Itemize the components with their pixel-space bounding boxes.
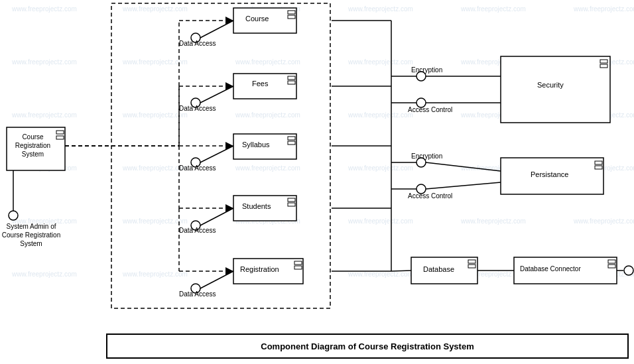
svg-rect-44	[294, 266, 302, 269]
watermark: www.freeprojectz.com	[235, 217, 300, 225]
svg-rect-27	[288, 137, 295, 140]
svg-rect-47	[501, 56, 610, 123]
watermark: www.freeprojectz.com	[348, 217, 413, 225]
fees-label: Fees	[252, 80, 268, 88]
watermark: www.freeprojectz.com	[123, 5, 188, 13]
svg-line-65	[426, 182, 501, 189]
watermark: www.freeprojectz.com	[461, 271, 526, 278]
svg-rect-74	[608, 260, 615, 263]
svg-rect-75	[608, 265, 615, 268]
watermark: www.freeprojectz.com	[12, 5, 77, 13]
svg-marker-41	[225, 267, 233, 275]
svg-rect-61	[595, 166, 602, 169]
registration-label: Registration	[240, 265, 279, 273]
svg-rect-21	[288, 81, 295, 84]
data-access-students-label: Data Access	[179, 227, 216, 234]
watermark: www.freeprojectz.com	[574, 164, 634, 172]
watermark: www.freeprojectz.com	[461, 111, 526, 119]
data-access-syllabus-label: Data Access	[179, 164, 216, 172]
watermark: www.freeprojectz.com	[123, 217, 188, 225]
watermark: www.freeprojectz.com	[235, 164, 300, 172]
data-access-registration-label: Data Access	[179, 290, 216, 298]
svg-rect-72	[468, 265, 476, 268]
svg-rect-60	[595, 161, 602, 164]
access-control-1-label: Access Control	[408, 106, 452, 113]
watermark: www.freeprojectz.com	[12, 164, 77, 172]
watermark: www.freeprojectz.com	[461, 58, 526, 66]
svg-rect-28	[288, 141, 295, 145]
watermark: www.freeprojectz.com	[574, 217, 634, 225]
svg-marker-18	[225, 82, 233, 90]
encryption-2-label: Encryption	[411, 152, 442, 160]
watermark: www.freeprojectz.com	[574, 58, 634, 66]
svg-line-38	[200, 208, 233, 225]
sys-admin-label: System Admin of Course Registration Syst…	[1, 222, 61, 248]
watermark: www.freeprojectz.com	[235, 58, 300, 66]
svg-rect-35	[288, 198, 295, 202]
watermark: www.freeprojectz.com	[348, 58, 413, 66]
svg-rect-71	[468, 260, 476, 263]
students-label: Students	[242, 202, 271, 210]
svg-point-77	[624, 266, 633, 275]
svg-rect-43	[294, 261, 302, 265]
encryption-1-label: Encryption	[411, 66, 442, 74]
database-label: Database	[423, 265, 454, 273]
svg-rect-12	[288, 15, 295, 19]
svg-line-30	[200, 146, 233, 162]
diagram-svg	[0, 0, 634, 364]
access-control-2-label: Access Control	[408, 192, 452, 200]
security-label: Security	[537, 81, 564, 89]
data-access-fees-label: Data Access	[179, 105, 216, 112]
database-connector-label: Database Connector	[520, 265, 581, 273]
watermark: www.freeprojectz.com	[348, 5, 413, 13]
svg-rect-49	[600, 64, 607, 68]
svg-line-63	[426, 162, 501, 171]
watermark: www.freeprojectz.com	[123, 271, 188, 278]
watermark: www.freeprojectz.com	[461, 164, 526, 172]
watermark: www.freeprojectz.com	[348, 271, 413, 278]
watermark: www.freeprojectz.com	[461, 217, 526, 225]
watermark: www.freeprojectz.com	[574, 5, 634, 13]
caption-text: Component Diagram of Course Registration…	[261, 341, 474, 351]
svg-point-3	[9, 211, 18, 220]
svg-line-23	[200, 86, 233, 103]
watermark: www.freeprojectz.com	[574, 271, 634, 278]
svg-rect-36	[288, 203, 295, 206]
svg-line-46	[200, 271, 233, 288]
watermark: www.freeprojectz.com	[348, 164, 413, 172]
syllabus-label: Syllabus	[242, 141, 270, 149]
watermark: www.freeprojectz.com	[235, 111, 300, 119]
watermark: www.freeprojectz.com	[123, 58, 188, 66]
data-access-course-label: Data Access	[179, 40, 216, 47]
watermark: www.freeprojectz.com	[12, 271, 77, 278]
watermark: www.freeprojectz.com	[574, 111, 634, 119]
svg-line-14	[200, 21, 233, 38]
svg-marker-33	[225, 204, 233, 212]
svg-rect-11	[288, 11, 295, 14]
svg-rect-5	[111, 3, 330, 308]
caption-box: Component Diagram of Course Registration…	[106, 334, 629, 359]
course-label: Course	[245, 15, 269, 23]
watermark: www.freeprojectz.com	[123, 164, 188, 172]
svg-marker-9	[225, 17, 233, 25]
svg-rect-48	[600, 60, 607, 63]
diagram: www.freeprojectz.com www.freeprojectz.co…	[0, 0, 634, 364]
persistance-label: Persistance	[531, 170, 568, 178]
watermark: www.freeprojectz.com	[12, 111, 77, 119]
watermark: www.freeprojectz.com	[12, 58, 77, 66]
watermark: www.freeprojectz.com	[461, 5, 526, 13]
svg-line-81	[391, 271, 411, 271]
svg-rect-20	[288, 76, 295, 80]
course-reg-system-label: Course Registration System	[8, 133, 58, 158]
svg-marker-25	[225, 142, 233, 150]
watermark: www.freeprojectz.com	[348, 111, 413, 119]
watermark: www.freeprojectz.com	[123, 111, 188, 119]
watermark: www.freeprojectz.com	[235, 5, 300, 13]
